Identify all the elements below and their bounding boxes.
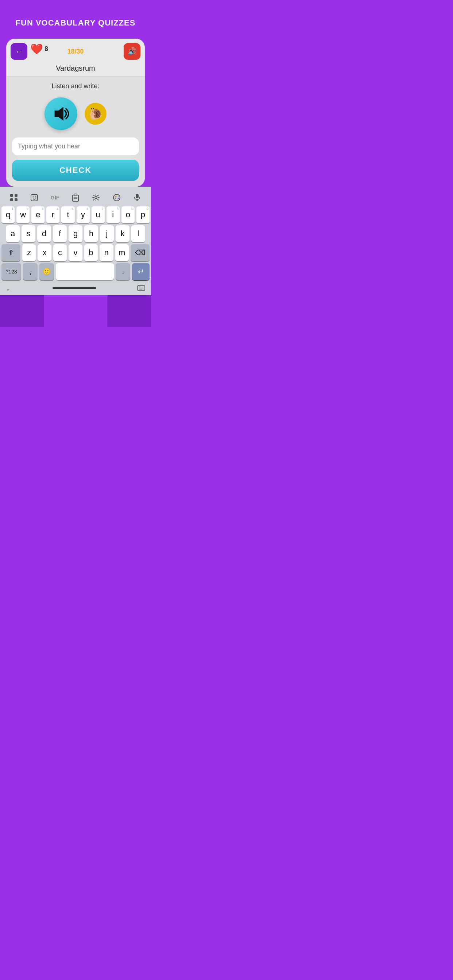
key-h[interactable]: h	[84, 225, 98, 242]
svg-rect-2	[14, 194, 18, 197]
shift-key[interactable]: ⇧	[2, 244, 21, 261]
return-icon: ↵	[138, 267, 144, 276]
key-t[interactable]: 5t	[61, 206, 74, 223]
key-w[interactable]: 2w	[16, 206, 30, 223]
key-s[interactable]: s	[22, 225, 35, 242]
svg-point-16	[118, 197, 118, 197]
key-row-4: ?123 , 🙂 . ↵	[2, 263, 150, 280]
keyboard-palette-button[interactable]	[109, 191, 124, 204]
speaker-icon	[51, 104, 70, 123]
key-f[interactable]: f	[53, 225, 67, 242]
lives-count: 8	[45, 45, 48, 53]
key-u[interactable]: 7u	[91, 206, 105, 223]
key-a[interactable]: a	[6, 225, 20, 242]
gif-label: GIF	[51, 195, 59, 200]
svg-rect-3	[10, 198, 13, 201]
key-p[interactable]: 0p	[136, 206, 150, 223]
lives-badge: ❤️ 8	[30, 43, 48, 55]
home-indicator	[53, 287, 96, 289]
back-button[interactable]: ←	[11, 43, 27, 60]
audio-section: 🐌	[12, 97, 139, 130]
svg-marker-0	[55, 107, 64, 121]
keyboard-sticker-button[interactable]	[27, 191, 41, 204]
svg-rect-5	[31, 194, 38, 201]
key-o[interactable]: 9o	[121, 206, 135, 223]
comma-key[interactable]: ,	[23, 263, 38, 280]
check-button[interactable]: CHECK	[12, 160, 139, 181]
key-row-2: a s d f g h j k l	[2, 225, 150, 242]
grid-icon	[10, 194, 18, 202]
keyboard-switch-icon[interactable]	[137, 285, 145, 293]
key-j[interactable]: j	[100, 225, 114, 242]
svg-point-6	[33, 197, 34, 197]
key-row-1: 1q 2w 3e 4r 5t 6y 7u 8i 9o 0p	[2, 206, 150, 223]
num-switch-key[interactable]: ?123	[2, 263, 21, 280]
comma-label: ,	[29, 267, 31, 276]
key-d[interactable]: d	[37, 225, 51, 242]
key-x[interactable]: x	[38, 244, 51, 261]
svg-point-17	[118, 198, 118, 199]
period-key[interactable]: .	[116, 263, 130, 280]
keyboard: GIF	[0, 187, 151, 295]
svg-point-14	[115, 197, 116, 197]
svg-point-13	[113, 194, 120, 201]
keyboard-rows: 1q 2w 3e 4r 5t 6y 7u 8i 9o 0p a s d f g …	[0, 206, 151, 284]
emoji-icon: 🙂	[43, 267, 51, 275]
back-arrow-icon: ←	[15, 48, 22, 56]
svg-rect-19	[136, 194, 139, 198]
keyboard-gif-button[interactable]: GIF	[48, 191, 62, 204]
backspace-key[interactable]: ⌫	[131, 244, 150, 261]
keyboard-settings-button[interactable]	[89, 191, 103, 204]
key-r[interactable]: 4r	[46, 206, 59, 223]
backspace-icon: ⌫	[135, 248, 145, 257]
key-y[interactable]: 6y	[77, 206, 90, 223]
palette-icon	[113, 194, 121, 202]
key-m[interactable]: m	[115, 244, 129, 261]
play-audio-button[interactable]	[45, 97, 77, 130]
snail-icon: 🐌	[88, 107, 103, 121]
svg-point-12	[95, 197, 97, 199]
key-v[interactable]: v	[69, 244, 82, 261]
key-e[interactable]: 3e	[31, 206, 45, 223]
card-body: Listen and write: 🐌 CHECK	[6, 76, 145, 187]
key-g[interactable]: g	[69, 225, 83, 242]
keyboard-grid-button[interactable]	[6, 191, 21, 204]
sound-button[interactable]: 🔊	[124, 43, 140, 60]
key-q[interactable]: 1q	[2, 206, 14, 223]
return-key[interactable]: ↵	[132, 263, 150, 280]
keyboard-clipboard-button[interactable]	[68, 191, 83, 204]
sound-icon: 🔊	[128, 47, 137, 56]
slow-audio-button[interactable]: 🐌	[85, 103, 107, 125]
quiz-card: ← ❤️ 8 18/30 🔊 Vardagsrum Listen and wri…	[6, 39, 145, 187]
sticker-icon	[30, 194, 38, 202]
mic-icon	[134, 194, 140, 202]
key-z[interactable]: z	[22, 244, 36, 261]
svg-point-18	[115, 198, 116, 199]
keyboard-mic-button[interactable]	[130, 191, 144, 204]
key-n[interactable]: n	[100, 244, 113, 261]
num-switch-label: ?123	[5, 269, 17, 275]
settings-icon	[92, 194, 100, 202]
svg-rect-9	[74, 194, 77, 196]
page-title: FUN VOCABULARY QUIZZES	[16, 18, 136, 28]
key-row-3: ⇧ z x c v b n m ⌫	[2, 244, 150, 261]
svg-rect-1	[10, 194, 13, 197]
card-top-bar: ← ❤️ 8 18/30 🔊	[6, 39, 145, 63]
keyboard-collapse-icon[interactable]: ⌄	[6, 286, 12, 292]
period-label: .	[122, 267, 124, 276]
svg-point-7	[35, 197, 36, 197]
key-k[interactable]: k	[116, 225, 129, 242]
key-b[interactable]: b	[84, 244, 98, 261]
keyboard-toolbar: GIF	[0, 189, 151, 206]
key-l[interactable]: l	[131, 225, 145, 242]
key-i[interactable]: 8i	[107, 206, 120, 223]
answer-input[interactable]	[18, 143, 133, 150]
word-display: Vardagsrum	[6, 63, 145, 76]
space-key[interactable]	[56, 263, 114, 280]
keyboard-bottom-bar: ⌄	[0, 284, 151, 295]
emoji-key[interactable]: 🙂	[39, 263, 54, 280]
svg-rect-4	[14, 198, 18, 201]
shift-icon: ⇧	[8, 248, 14, 257]
key-c[interactable]: c	[53, 244, 67, 261]
svg-point-15	[116, 196, 117, 197]
